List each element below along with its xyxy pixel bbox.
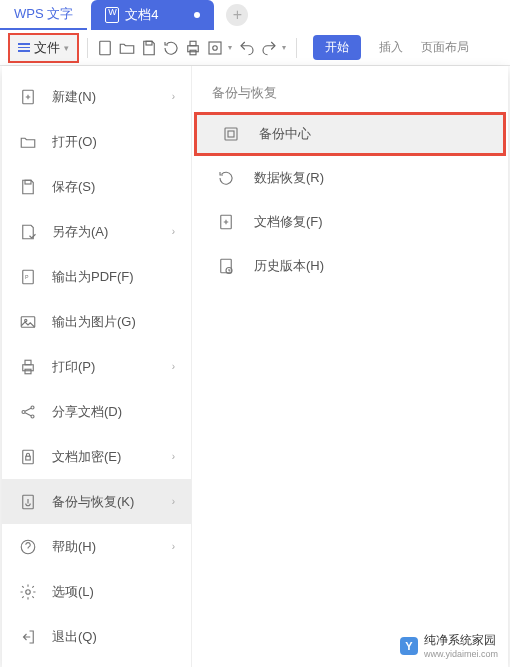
toolbar-separator (87, 38, 88, 58)
chevron-right-icon: › (172, 91, 175, 102)
submenu-doc-repair[interactable]: 文档修复(F) (192, 200, 508, 244)
ribbon-tab-insert[interactable]: 插入 (379, 39, 403, 56)
submenu-backup-center[interactable]: 备份中心 (194, 112, 506, 156)
redo-icon[interactable] (260, 39, 278, 57)
svg-rect-19 (23, 450, 34, 464)
share-icon (18, 402, 38, 422)
submenu-data-recovery[interactable]: 数据恢复(R) (192, 156, 508, 200)
menu-label: 帮助(H) (52, 538, 158, 556)
svg-point-17 (31, 406, 34, 409)
file-menu-button[interactable]: 文件 ▾ (8, 33, 79, 63)
menu-label: 打开(O) (52, 133, 175, 151)
dropdown-chevron-icon[interactable]: ▾ (282, 43, 286, 52)
backup-icon (18, 492, 38, 512)
submenu-history[interactable]: 历史版本(H) (192, 244, 508, 288)
svg-rect-14 (25, 360, 31, 365)
add-tab-button[interactable]: + (226, 4, 248, 26)
chevron-right-icon: › (172, 541, 175, 552)
chevron-down-icon: ▾ (64, 43, 69, 53)
menu-label: 输出为图片(G) (52, 313, 175, 331)
tab-doc-label: 文档4 (125, 6, 158, 24)
submenu-label: 数据恢复(R) (254, 169, 324, 187)
menu-encrypt[interactable]: 文档加密(E) › (2, 434, 191, 479)
print-preview-icon[interactable] (206, 39, 224, 57)
svg-rect-3 (190, 41, 196, 46)
tab-modified-indicator (194, 12, 200, 18)
file-button-label: 文件 (34, 39, 60, 57)
svg-rect-2 (188, 45, 199, 51)
svg-text:P: P (25, 274, 29, 280)
menu-print[interactable]: 打印(P) › (2, 344, 191, 389)
menu-help[interactable]: 帮助(H) › (2, 524, 191, 569)
menu-open[interactable]: 打开(O) (2, 119, 191, 164)
menu-share[interactable]: 分享文档(D) (2, 389, 191, 434)
menu-label: 分享文档(D) (52, 403, 175, 421)
save-icon[interactable] (140, 39, 158, 57)
svg-point-23 (26, 589, 31, 594)
svg-rect-1 (146, 41, 152, 45)
chevron-right-icon: › (172, 496, 175, 507)
submenu-label: 历史版本(H) (254, 257, 324, 275)
menu-export-pdf[interactable]: P 输出为PDF(F) (2, 254, 191, 299)
watermark-url: www.yidaimei.com (424, 649, 498, 659)
menu-save-as[interactable]: 另存为(A) › (2, 209, 191, 254)
svg-point-6 (213, 45, 218, 50)
backup-center-icon (221, 124, 241, 144)
svg-point-18 (31, 415, 34, 418)
new-icon[interactable] (96, 39, 114, 57)
submenu-label: 文档修复(F) (254, 213, 323, 231)
chevron-right-icon: › (172, 451, 175, 462)
menu-label: 输出为PDF(F) (52, 268, 175, 286)
repair-icon (216, 212, 236, 232)
svg-rect-0 (100, 41, 111, 55)
tab-bar: WPS 文字 文档4 + (0, 0, 510, 30)
submenu-label: 备份中心 (259, 125, 311, 143)
menu-label: 备份与恢复(K) (52, 493, 158, 511)
ribbon-tab-start[interactable]: 开始 (313, 35, 361, 60)
gear-icon (18, 582, 38, 602)
new-doc-icon (18, 87, 38, 107)
image-icon (18, 312, 38, 332)
tab-wps-text[interactable]: WPS 文字 (0, 0, 87, 30)
svg-rect-4 (190, 50, 196, 55)
lock-icon (18, 447, 38, 467)
submenu-title: 备份与恢复 (192, 84, 508, 112)
open-icon[interactable] (118, 39, 136, 57)
folder-icon (18, 132, 38, 152)
chevron-right-icon: › (172, 226, 175, 237)
history-icon (216, 256, 236, 276)
menu-save[interactable]: 保存(S) (2, 164, 191, 209)
print-icon[interactable] (184, 39, 202, 57)
menu-new[interactable]: 新建(N) › (2, 74, 191, 119)
print-icon (18, 357, 38, 377)
hamburger-icon (18, 43, 30, 52)
svg-rect-25 (228, 131, 234, 137)
refresh-icon[interactable] (162, 39, 180, 57)
file-dropdown-panel: 新建(N) › 打开(O) 保存(S) 另存为(A) › P 输出为PDF(F)… (2, 66, 508, 667)
svg-point-16 (22, 410, 25, 413)
svg-rect-15 (25, 369, 31, 374)
undo-icon[interactable] (238, 39, 256, 57)
help-icon (18, 537, 38, 557)
save-as-icon (18, 222, 38, 242)
tab-document[interactable]: 文档4 (91, 0, 214, 30)
menu-label: 打印(P) (52, 358, 158, 376)
tab-wps-label: WPS 文字 (14, 5, 73, 23)
watermark-text: 纯净系统家园 (424, 633, 496, 647)
menu-label: 退出(Q) (52, 628, 175, 646)
menu-label: 选项(L) (52, 583, 175, 601)
svg-rect-13 (23, 364, 34, 370)
pdf-icon: P (18, 267, 38, 287)
menu-export-image[interactable]: 输出为图片(G) (2, 299, 191, 344)
menu-label: 新建(N) (52, 88, 158, 106)
menu-backup[interactable]: 备份与恢复(K) › (2, 479, 191, 524)
watermark: Y 纯净系统家园 www.yidaimei.com (400, 632, 498, 659)
menu-exit[interactable]: 退出(Q) (2, 614, 191, 659)
ribbon-tab-page-layout[interactable]: 页面布局 (421, 39, 469, 56)
save-icon (18, 177, 38, 197)
toolbar: 文件 ▾ ▾ ▾ 开始 插入 页面布局 (0, 30, 510, 66)
menu-options[interactable]: 选项(L) (2, 569, 191, 614)
dropdown-chevron-icon[interactable]: ▾ (228, 43, 232, 52)
svg-rect-20 (26, 456, 31, 460)
menu-label: 另存为(A) (52, 223, 158, 241)
